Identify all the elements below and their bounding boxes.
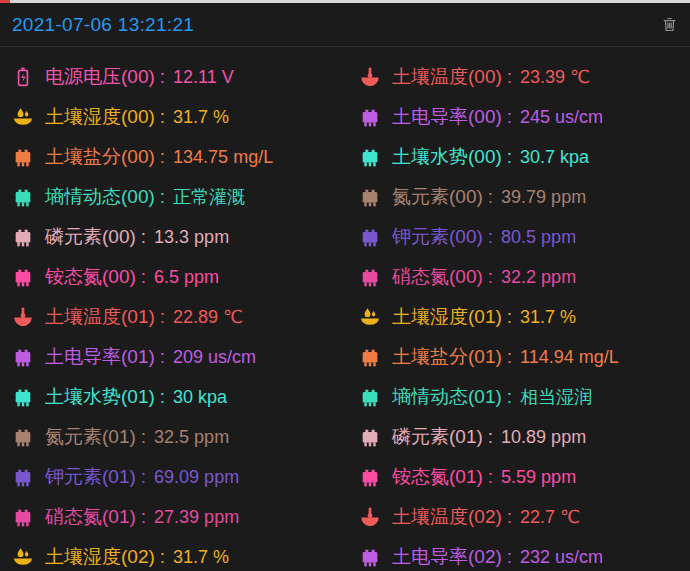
sensor-colon: : bbox=[507, 546, 512, 568]
sensor-label: 土壤盐分(00) bbox=[45, 144, 155, 170]
sensor-colon: : bbox=[160, 66, 165, 88]
sensor-row: 氮元素(00):39.79 ppm bbox=[351, 177, 690, 217]
sensor-row: 土壤水势(00):30.7 kpa bbox=[351, 137, 690, 177]
sensor-colon: : bbox=[160, 146, 165, 168]
chip-icon bbox=[359, 146, 381, 168]
sensor-label: 磷元素(01) bbox=[392, 424, 483, 450]
chip-icon bbox=[12, 346, 34, 368]
sensor-row: 钾元素(01):69.09 ppm bbox=[12, 457, 351, 497]
thermometer-icon bbox=[359, 506, 381, 528]
top-progress-strip bbox=[0, 0, 690, 3]
sensor-value: 69.09 ppm bbox=[154, 467, 239, 488]
sensor-colon: : bbox=[488, 466, 493, 488]
sensor-row: 土壤湿度(01):31.7 % bbox=[351, 297, 690, 337]
sensor-label: 土壤湿度(00) bbox=[45, 104, 155, 130]
sensor-label: 土壤水势(01) bbox=[45, 384, 155, 410]
header-bar: 2021-07-06 13:21:21 bbox=[0, 3, 690, 47]
sensor-label: 硝态氮(01) bbox=[45, 504, 136, 530]
sensor-label: 铵态氮(00) bbox=[45, 264, 136, 290]
sensor-label: 土壤水势(00) bbox=[392, 144, 502, 170]
sensor-label: 钾元素(00) bbox=[392, 224, 483, 250]
sensor-row: 土壤湿度(02):31.7 % bbox=[12, 537, 351, 571]
sensor-row: 土壤温度(00):23.39 ℃ bbox=[351, 57, 690, 97]
sensor-value: 232 us/cm bbox=[520, 547, 603, 568]
sensor-label: 土电导率(02) bbox=[392, 544, 502, 570]
sensor-label: 土电导率(00) bbox=[392, 104, 502, 130]
sensor-label: 土壤温度(01) bbox=[45, 304, 155, 330]
chip-icon bbox=[12, 506, 34, 528]
sensor-row: 土壤盐分(00):134.75 mg/L bbox=[12, 137, 351, 177]
sensor-value: 相当湿润 bbox=[520, 385, 592, 409]
chip-icon bbox=[359, 226, 381, 248]
sensor-colon: : bbox=[507, 66, 512, 88]
sensor-colon: : bbox=[507, 346, 512, 368]
chip-icon bbox=[359, 186, 381, 208]
timestamp: 2021-07-06 13:21:21 bbox=[12, 14, 194, 36]
sensor-grid: 电源电压(00):12.11 V土壤温度(00):23.39 ℃土壤湿度(00)… bbox=[0, 47, 690, 571]
top-strip-red-segment bbox=[0, 0, 10, 3]
sensor-label: 氮元素(01) bbox=[45, 424, 136, 450]
sensor-value: 22.89 ℃ bbox=[173, 306, 243, 328]
chip-icon bbox=[359, 386, 381, 408]
sensor-colon: : bbox=[160, 306, 165, 328]
sensor-colon: : bbox=[141, 226, 146, 248]
sensor-row: 土电导率(02):232 us/cm bbox=[351, 537, 690, 571]
sensor-colon: : bbox=[160, 546, 165, 568]
chip-icon bbox=[359, 466, 381, 488]
sensor-colon: : bbox=[488, 266, 493, 288]
sensor-label: 土电导率(01) bbox=[45, 344, 155, 370]
trash-icon[interactable] bbox=[661, 16, 678, 33]
sensor-row: 土壤水势(01):30 kpa bbox=[12, 377, 351, 417]
sensor-row: 铵态氮(01):5.59 ppm bbox=[351, 457, 690, 497]
sensor-colon: : bbox=[160, 186, 165, 208]
sensor-label: 电源电压(00) bbox=[45, 64, 155, 90]
sensor-colon: : bbox=[488, 226, 493, 248]
sensor-value: 27.39 ppm bbox=[154, 507, 239, 528]
sensor-row: 墒情动态(01):相当湿润 bbox=[351, 377, 690, 417]
sensor-label: 铵态氮(01) bbox=[392, 464, 483, 490]
humidity-icon bbox=[12, 106, 34, 128]
sensor-label: 硝态氮(00) bbox=[392, 264, 483, 290]
sensor-value: 5.59 ppm bbox=[501, 467, 576, 488]
sensor-row: 硝态氮(00):32.2 ppm bbox=[351, 257, 690, 297]
sensor-row: 硝态氮(01):27.39 ppm bbox=[12, 497, 351, 537]
humidity-icon bbox=[12, 546, 34, 568]
sensor-colon: : bbox=[141, 266, 146, 288]
chip-icon bbox=[359, 266, 381, 288]
sensor-colon: : bbox=[141, 506, 146, 528]
sensor-row: 土电导率(01):209 us/cm bbox=[12, 337, 351, 377]
sensor-row: 土壤盐分(01):114.94 mg/L bbox=[351, 337, 690, 377]
sensor-colon: : bbox=[160, 386, 165, 408]
sensor-value: 114.94 mg/L bbox=[520, 347, 619, 368]
sensor-label: 土壤盐分(01) bbox=[392, 344, 502, 370]
sensor-row: 电源电压(00):12.11 V bbox=[12, 57, 351, 97]
sensor-label: 墒情动态(01) bbox=[392, 384, 502, 410]
sensor-row: 铵态氮(00):6.5 ppm bbox=[12, 257, 351, 297]
thermometer-icon bbox=[359, 66, 381, 88]
sensor-value: 209 us/cm bbox=[173, 347, 256, 368]
sensor-value: 13.3 ppm bbox=[154, 227, 229, 248]
sensor-value: 10.89 ppm bbox=[501, 427, 586, 448]
thermometer-icon bbox=[12, 306, 34, 328]
sensor-value: 32.5 ppm bbox=[154, 427, 229, 448]
sensor-colon: : bbox=[507, 306, 512, 328]
sensor-label: 土壤湿度(02) bbox=[45, 544, 155, 570]
chip-icon bbox=[12, 186, 34, 208]
sensor-row: 墒情动态(00):正常灌溉 bbox=[12, 177, 351, 217]
sensor-colon: : bbox=[160, 106, 165, 128]
chip-icon bbox=[12, 466, 34, 488]
sensor-colon: : bbox=[507, 506, 512, 528]
sensor-label: 土壤湿度(01) bbox=[392, 304, 502, 330]
chip-icon bbox=[359, 106, 381, 128]
sensor-row: 土壤温度(02):22.7 ℃ bbox=[351, 497, 690, 537]
sensor-colon: : bbox=[488, 426, 493, 448]
sensor-colon: : bbox=[507, 386, 512, 408]
sensor-value: 31.7 % bbox=[173, 547, 229, 568]
sensor-value: 正常灌溉 bbox=[173, 185, 245, 209]
sensor-value: 245 us/cm bbox=[520, 107, 603, 128]
sensor-colon: : bbox=[507, 106, 512, 128]
chip-icon bbox=[359, 426, 381, 448]
sensor-value: 80.5 ppm bbox=[501, 227, 576, 248]
sensor-colon: : bbox=[141, 426, 146, 448]
sensor-row: 钾元素(00):80.5 ppm bbox=[351, 217, 690, 257]
